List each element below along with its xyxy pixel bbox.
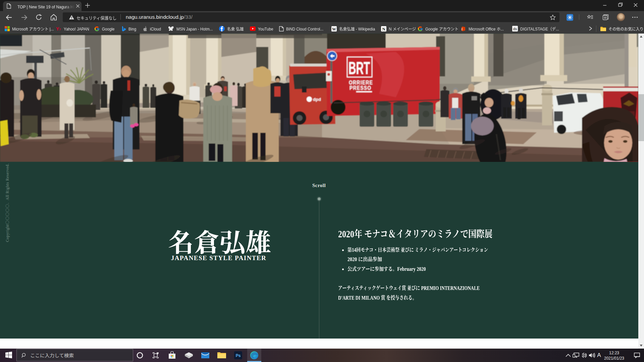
- svg-text:PRESSO: PRESSO: [350, 85, 371, 91]
- svg-text:BRT: BRT: [348, 58, 370, 78]
- svg-text:N: N: [382, 26, 385, 32]
- svg-text:ds: ds: [513, 27, 517, 31]
- svg-text:Y7: Y7: [56, 26, 61, 31]
- svg-text:W: W: [332, 26, 336, 31]
- svg-text:Ps: Ps: [236, 353, 241, 358]
- svg-text:dpd: dpd: [313, 97, 321, 102]
